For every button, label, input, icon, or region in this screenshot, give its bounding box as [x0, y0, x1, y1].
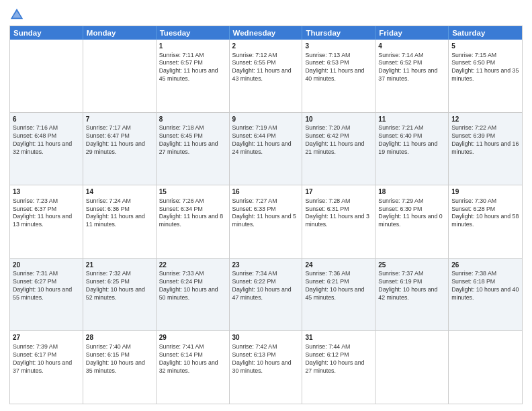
cell-text: Sunset: 6:39 PM: [451, 132, 519, 140]
cell-text: Daylight: 11 hours and 43 minutes.: [232, 67, 300, 83]
day-number-1: 1: [159, 42, 226, 51]
week-row-1: 6Sunrise: 7:16 AMSunset: 6:48 PMDaylight…: [10, 112, 522, 185]
cell-text: Sunset: 6:17 PM: [13, 351, 80, 359]
day-cell-5: 5Sunrise: 7:15 AMSunset: 6:50 PMDaylight…: [449, 40, 522, 112]
cell-text: Sunrise: 7:15 AM: [451, 52, 519, 60]
day-cell-16: 16Sunrise: 7:27 AMSunset: 6:33 PMDayligh…: [230, 185, 303, 258]
cell-text: Daylight: 10 hours and 47 minutes.: [232, 286, 300, 302]
header-day-tuesday: Tuesday: [157, 26, 230, 40]
day-cell-15: 15Sunrise: 7:26 AMSunset: 6:34 PMDayligh…: [157, 185, 230, 258]
day-number-4: 4: [378, 42, 445, 51]
day-number-21: 21: [86, 261, 153, 270]
day-number-17: 17: [305, 187, 372, 197]
day-number-30: 30: [232, 333, 300, 342]
day-number-14: 14: [86, 187, 153, 197]
day-number-20: 20: [13, 261, 80, 270]
day-number-29: 29: [159, 333, 226, 342]
day-cell-19: 19Sunrise: 7:30 AMSunset: 6:28 PMDayligh…: [449, 185, 522, 258]
header-day-saturday: Saturday: [449, 26, 522, 40]
cell-text: Sunset: 6:21 PM: [305, 278, 372, 286]
cell-text: Sunset: 6:22 PM: [232, 278, 300, 286]
day-number-18: 18: [378, 187, 445, 197]
day-number-9: 9: [232, 115, 300, 124]
day-cell-18: 18Sunrise: 7:29 AMSunset: 6:30 PMDayligh…: [375, 185, 449, 258]
cell-text: Sunrise: 7:32 AM: [86, 270, 153, 278]
day-cell-23: 23Sunrise: 7:34 AMSunset: 6:22 PMDayligh…: [230, 259, 303, 331]
cell-text: Sunrise: 7:23 AM: [13, 197, 80, 205]
cell-text: Sunset: 6:13 PM: [232, 351, 300, 359]
header-day-sunday: Sunday: [10, 26, 83, 40]
day-cell-21: 21Sunrise: 7:32 AMSunset: 6:25 PMDayligh…: [83, 259, 157, 331]
day-cell-9: 9Sunrise: 7:19 AMSunset: 6:44 PMDaylight…: [230, 113, 303, 185]
calendar-header: SundayMondayTuesdayWednesdayThursdayFrid…: [10, 26, 522, 40]
day-cell-20: 20Sunrise: 7:31 AMSunset: 6:27 PMDayligh…: [10, 259, 83, 331]
empty-cell-w0-d0: [10, 40, 83, 112]
day-cell-29: 29Sunrise: 7:41 AMSunset: 6:14 PMDayligh…: [157, 331, 230, 404]
cell-text: Daylight: 10 hours and 30 minutes.: [232, 359, 300, 375]
cell-text: Sunrise: 7:17 AM: [86, 124, 153, 132]
day-cell-1: 1Sunrise: 7:11 AMSunset: 6:57 PMDaylight…: [157, 40, 230, 112]
header-day-friday: Friday: [375, 26, 449, 40]
day-number-2: 2: [232, 42, 300, 51]
cell-text: Daylight: 10 hours and 50 minutes.: [159, 286, 226, 302]
cell-text: Sunset: 6:33 PM: [232, 205, 300, 214]
day-number-28: 28: [86, 333, 153, 342]
day-number-11: 11: [378, 115, 445, 124]
cell-text: Daylight: 11 hours and 0 minutes.: [378, 213, 445, 229]
cell-text: Daylight: 11 hours and 35 minutes.: [451, 67, 519, 83]
cell-text: Daylight: 11 hours and 5 minutes.: [232, 213, 300, 229]
header: [9, 7, 523, 21]
day-number-16: 16: [232, 187, 300, 197]
day-cell-24: 24Sunrise: 7:36 AMSunset: 6:21 PMDayligh…: [302, 259, 375, 331]
week-row-0: 1Sunrise: 7:11 AMSunset: 6:57 PMDaylight…: [10, 40, 522, 112]
day-cell-6: 6Sunrise: 7:16 AMSunset: 6:48 PMDaylight…: [10, 113, 83, 185]
day-number-27: 27: [13, 333, 80, 342]
cell-text: Sunrise: 7:37 AM: [378, 270, 445, 278]
cell-text: Sunset: 6:52 PM: [378, 59, 445, 67]
empty-cell-w0-d1: [83, 40, 157, 112]
week-row-4: 27Sunrise: 7:39 AMSunset: 6:17 PMDayligh…: [10, 330, 522, 404]
day-number-5: 5: [451, 42, 519, 51]
day-cell-12: 12Sunrise: 7:22 AMSunset: 6:39 PMDayligh…: [449, 113, 522, 185]
day-number-23: 23: [232, 261, 300, 270]
cell-text: Sunrise: 7:40 AM: [86, 343, 153, 351]
day-number-6: 6: [13, 115, 80, 124]
cell-text: Sunrise: 7:21 AM: [378, 124, 445, 132]
cell-text: Daylight: 10 hours and 52 minutes.: [86, 286, 153, 302]
cell-text: Sunset: 6:15 PM: [86, 351, 153, 359]
cell-text: Sunrise: 7:34 AM: [232, 270, 300, 278]
day-number-12: 12: [451, 115, 519, 124]
cell-text: Daylight: 11 hours and 40 minutes.: [305, 67, 372, 83]
cell-text: Daylight: 10 hours and 35 minutes.: [86, 359, 153, 375]
cell-text: Sunrise: 7:24 AM: [86, 197, 153, 205]
cell-text: Sunrise: 7:41 AM: [159, 343, 226, 351]
day-cell-25: 25Sunrise: 7:37 AMSunset: 6:19 PMDayligh…: [375, 259, 449, 331]
day-number-15: 15: [159, 187, 226, 197]
week-row-3: 20Sunrise: 7:31 AMSunset: 6:27 PMDayligh…: [10, 258, 522, 331]
cell-text: Sunset: 6:34 PM: [159, 205, 226, 214]
cell-text: Daylight: 10 hours and 45 minutes.: [305, 286, 372, 302]
day-cell-2: 2Sunrise: 7:12 AMSunset: 6:55 PMDaylight…: [230, 40, 303, 112]
day-number-25: 25: [378, 261, 445, 270]
cell-text: Sunset: 6:24 PM: [159, 278, 226, 286]
page: SundayMondayTuesdayWednesdayThursdayFrid…: [0, 0, 532, 411]
day-number-26: 26: [451, 261, 519, 270]
cell-text: Sunset: 6:19 PM: [378, 278, 445, 286]
cell-text: Sunset: 6:28 PM: [451, 205, 519, 214]
cell-text: Sunset: 6:25 PM: [86, 278, 153, 286]
empty-cell-w4-d5: [375, 331, 449, 404]
calendar: SundayMondayTuesdayWednesdayThursdayFrid…: [9, 26, 523, 404]
cell-text: Sunrise: 7:13 AM: [305, 52, 372, 60]
day-cell-11: 11Sunrise: 7:21 AMSunset: 6:40 PMDayligh…: [375, 113, 449, 185]
cell-text: Sunset: 6:44 PM: [232, 132, 300, 140]
calendar-body: 1Sunrise: 7:11 AMSunset: 6:57 PMDaylight…: [10, 40, 522, 404]
day-cell-13: 13Sunrise: 7:23 AMSunset: 6:37 PMDayligh…: [10, 185, 83, 258]
cell-text: Sunrise: 7:19 AM: [232, 124, 300, 132]
cell-text: Sunrise: 7:28 AM: [305, 197, 372, 205]
day-number-10: 10: [305, 115, 372, 124]
header-day-thursday: Thursday: [302, 26, 375, 40]
cell-text: Sunset: 6:14 PM: [159, 351, 226, 359]
day-cell-26: 26Sunrise: 7:38 AMSunset: 6:18 PMDayligh…: [449, 259, 522, 331]
cell-text: Sunset: 6:37 PM: [13, 205, 80, 214]
header-day-monday: Monday: [83, 26, 157, 40]
